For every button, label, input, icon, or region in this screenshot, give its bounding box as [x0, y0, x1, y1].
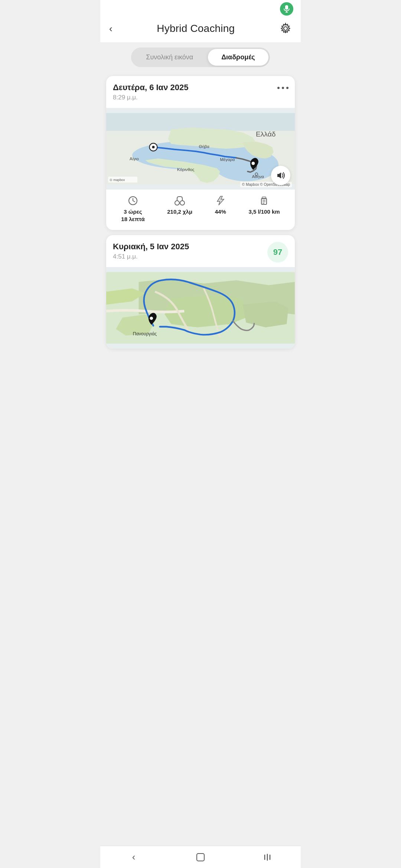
back-button[interactable]: ‹: [109, 23, 113, 34]
map-svg-1: Ελλάδ Αίγιο Θήβα Κόρινθος Μέγαρα Αθήνα: [106, 108, 295, 190]
trip-date-1: Δευτέρα, 6 Ιαν 2025: [113, 83, 188, 92]
tabs-container: Συνολική εικόνα Διαδρομές: [100, 42, 301, 72]
mic-button[interactable]: [280, 2, 293, 16]
more-icon: [277, 86, 289, 89]
nav-home-button[interactable]: [189, 850, 212, 865]
settings-button[interactable]: [279, 22, 292, 35]
svg-point-15: [175, 201, 179, 205]
sound-button-1[interactable]: [271, 166, 290, 185]
nav-back-button[interactable]: ‹: [123, 850, 145, 865]
svg-point-3: [284, 27, 287, 30]
map-label-panourgias: Πανουργιάς: [133, 331, 157, 336]
tab-overview[interactable]: Συνολική εικόνα: [133, 49, 206, 66]
consumption-icon: [260, 195, 269, 206]
svg-rect-24: [197, 854, 204, 861]
mic-icon: [284, 5, 290, 13]
score-badge-2: 97: [267, 242, 288, 263]
tab-pill: Συνολική εικόνα Διαδρομές: [131, 47, 270, 67]
map-label-korinthos: Κόρινθος: [177, 167, 195, 172]
start-pin-dot: [150, 317, 153, 320]
more-button-1[interactable]: [277, 82, 289, 92]
efficiency-icon: [216, 195, 225, 206]
svg-rect-19: [262, 197, 266, 199]
nav-apps-button[interactable]: [256, 850, 278, 865]
map-label-aigio: Αίγιο: [130, 157, 139, 161]
stat-duration: 3 ώρες18 λεπτά: [121, 195, 144, 223]
trip-card-2: Κυριακή, 5 Ιαν 2025 4:51 μ.μ. 97: [106, 235, 295, 349]
stat-distance: 210,2 χλμ: [167, 195, 192, 216]
stat-efficiency: 44%: [215, 195, 226, 216]
top-bar: ‹ Hybrid Coaching: [100, 18, 301, 42]
home-icon: [196, 852, 205, 862]
gear-icon: [280, 23, 291, 34]
trip-time-1: 8:29 μ.μ.: [113, 94, 188, 101]
svg-marker-17: [217, 196, 224, 205]
trip-time-2: 4:51 μ.μ.: [113, 253, 189, 260]
stat-duration-value: 3 ώρες18 λεπτά: [121, 208, 144, 223]
map-label-greece: Ελλάδ: [256, 130, 276, 138]
tab-routes[interactable]: Διαδρομές: [208, 49, 268, 66]
sound-icon: [276, 171, 286, 180]
map-svg-2: Πανουργιάς: [106, 267, 295, 349]
svg-line-14: [133, 201, 135, 202]
map-area-2: Πανουργιάς: [106, 267, 295, 349]
start-dot: [152, 146, 154, 148]
card-header-1: Δευτέρα, 6 Ιαν 2025 8:29 μ.μ.: [106, 76, 295, 108]
stat-consumption-value: 3,5 l/100 km: [248, 208, 280, 216]
stat-distance-value: 210,2 χλμ: [167, 208, 192, 216]
map-area-1: Ελλάδ Αίγιο Θήβα Κόρινθος Μέγαρα Αθήνα: [106, 108, 295, 190]
bottom-nav: ‹: [100, 846, 301, 868]
svg-point-16: [180, 201, 185, 205]
card-header-2: Κυριακή, 5 Ιαν 2025 4:51 μ.μ. 97: [106, 235, 295, 267]
map-label-thiva: Θήβα: [199, 144, 210, 149]
clock-icon: [128, 195, 138, 206]
stat-consumption: 3,5 l/100 km: [248, 195, 280, 216]
content-area: Δευτέρα, 6 Ιαν 2025 8:29 μ.μ.: [100, 72, 301, 378]
svg-text:⊙ mapbox: ⊙ mapbox: [110, 178, 125, 182]
end-dot: [252, 162, 255, 165]
distance-icon: [174, 195, 185, 206]
svg-point-5: [282, 87, 284, 89]
status-bar: [100, 0, 301, 18]
stat-efficiency-value: 44%: [215, 208, 226, 216]
svg-point-4: [277, 87, 280, 89]
stats-row-1: 3 ώρες18 λεπτά 210,2 χλμ 44%: [106, 190, 295, 230]
svg-point-6: [286, 87, 288, 89]
trip-date-2: Κυριακή, 5 Ιαν 2025: [113, 242, 189, 251]
apps-icon: [263, 854, 272, 861]
svg-rect-0: [285, 5, 288, 10]
page-title: Hybrid Coaching: [157, 23, 235, 34]
map-label-athens: Αθήνα: [252, 174, 264, 179]
trip-card-1: Δευτέρα, 6 Ιαν 2025 8:29 μ.μ.: [106, 76, 295, 230]
